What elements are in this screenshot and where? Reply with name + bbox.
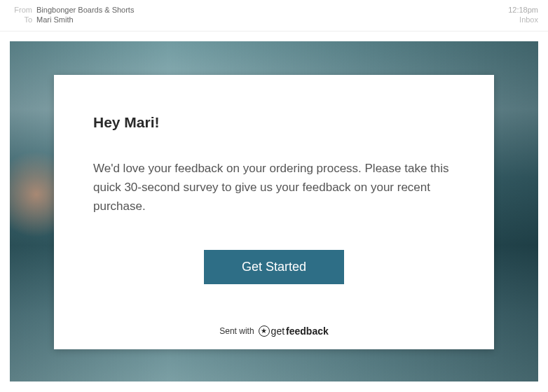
sent-with-footer: Sent with ★ getfeedback	[54, 326, 494, 337]
message-card: Hey Mari! We'd love your feedback on you…	[54, 75, 494, 349]
from-label: From	[10, 6, 32, 14]
from-value: Bingbonger Boards & Shorts	[36, 6, 134, 14]
email-body-wrapper: Hey Mari! We'd love your feedback on you…	[0, 31, 548, 391]
from-row: From Bingbonger Boards & Shorts	[10, 6, 134, 14]
header-right: 12:18pm Inbox	[508, 6, 538, 24]
to-row: To Mari Smith	[10, 15, 134, 24]
folder-label: Inbox	[508, 15, 538, 24]
star-icon: ★	[259, 326, 270, 337]
timestamp: 12:18pm	[508, 6, 538, 14]
email-background: Hey Mari! We'd love your feedback on you…	[10, 41, 538, 382]
getfeedback-logo[interactable]: ★ getfeedback	[259, 326, 329, 337]
get-started-button[interactable]: Get Started	[204, 250, 344, 284]
to-label: To	[10, 15, 32, 24]
email-header: From Bingbonger Boards & Shorts To Mari …	[0, 0, 548, 31]
to-value: Mari Smith	[36, 15, 74, 24]
brand-bold: feedback	[286, 326, 329, 337]
brand-prefix: get	[271, 326, 285, 337]
sent-with-label: Sent with	[219, 326, 254, 336]
body-text: We'd love your feedback on your ordering…	[93, 159, 455, 216]
header-left: From Bingbonger Boards & Shorts To Mari …	[10, 6, 134, 24]
greeting-text: Hey Mari!	[93, 114, 455, 131]
